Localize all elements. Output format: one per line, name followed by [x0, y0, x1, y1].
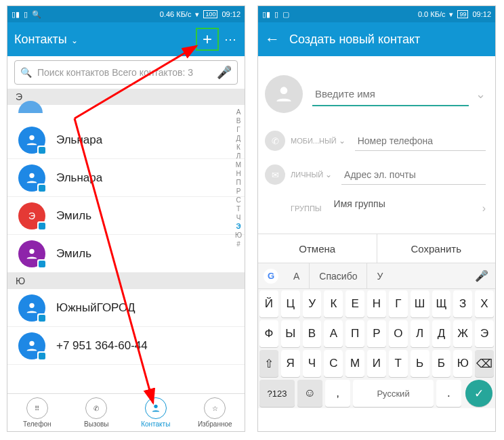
phone-input[interactable]	[355, 131, 486, 151]
backspace-key[interactable]: ⌫	[475, 350, 494, 377]
keyboard-mic-icon[interactable]: 🎤	[475, 269, 488, 282]
alpha-index[interactable]: А В Г Д К Л М Н П Р С Т Ч Э Ю #	[234, 108, 243, 248]
idx[interactable]: Н	[234, 169, 243, 178]
more-menu-button[interactable]: ⋯	[224, 32, 238, 47]
phone-icon: ✆	[85, 397, 107, 419]
idx[interactable]: #	[234, 240, 243, 248]
key[interactable]: О	[389, 320, 408, 347]
key[interactable]: З	[453, 290, 472, 317]
contact-row[interactable]	[7, 105, 245, 121]
search-status-icon: 🔍	[32, 10, 41, 19]
contact-row[interactable]: +7 951 364-60-44	[7, 327, 245, 365]
idx[interactable]: Р	[234, 187, 243, 196]
back-button[interactable]: ←	[265, 30, 280, 48]
key[interactable]: Ы	[281, 320, 300, 347]
avatar-placeholder[interactable]	[265, 75, 303, 113]
key[interactable]: Ф	[259, 320, 278, 347]
wifi-icon: ▾	[195, 10, 199, 19]
key[interactable]: Э	[475, 320, 494, 347]
page-title[interactable]: Контакты⌄	[14, 32, 196, 47]
avatar	[18, 164, 45, 192]
email-input[interactable]	[341, 164, 486, 185]
space-key[interactable]: Русский	[353, 380, 434, 407]
key[interactable]: С	[324, 350, 343, 377]
idx[interactable]: Л	[234, 152, 243, 160]
phone-type-select[interactable]: МОБИ...НЫЙ ⌄	[291, 136, 345, 146]
key[interactable]: Г	[389, 290, 408, 317]
period-key[interactable]: .	[436, 380, 461, 407]
key[interactable]: Б	[432, 350, 451, 377]
nav-phone[interactable]: ⠿Телефон	[7, 394, 67, 431]
key[interactable]: П	[345, 320, 364, 347]
key[interactable]: А	[324, 320, 343, 347]
search-input[interactable]: 🔍 Поиск контактов Всего контактов: 3 🎤	[14, 60, 238, 85]
contact-row[interactable]: Э Эмиль	[7, 197, 245, 235]
symbols-key[interactable]: ?123	[259, 380, 295, 407]
key[interactable]: Ч	[303, 350, 322, 377]
key[interactable]: М	[345, 350, 364, 377]
nav-favorites[interactable]: ☆Избранное	[186, 394, 245, 431]
idx[interactable]: В	[234, 116, 243, 125]
nav-contacts[interactable]: Контакты	[126, 394, 186, 431]
email-type-select[interactable]: ЛИЧНЫЙ ⌄	[291, 170, 332, 179]
key[interactable]: Е	[345, 290, 364, 317]
idx-current[interactable]: Э	[234, 222, 243, 231]
key[interactable]: Ц	[281, 290, 300, 317]
key[interactable]: Л	[411, 320, 429, 347]
key[interactable]: К	[324, 290, 343, 317]
key[interactable]: Д	[432, 320, 451, 347]
key[interactable]: Х	[475, 290, 494, 317]
idx[interactable]: К	[234, 143, 243, 152]
key[interactable]: Я	[281, 350, 300, 377]
phone-row: ✆ МОБИ...НЫЙ ⌄	[258, 124, 495, 158]
contact-row[interactable]: ЮжныйГОРОД	[7, 289, 245, 327]
status-bar: ▯▮ ▯ 🔍 0.46 КБ/с ▾ 100 09:12	[7, 6, 245, 22]
sim-badge-icon	[37, 313, 47, 323]
key[interactable]: Щ	[432, 290, 451, 317]
idx[interactable]: Ю	[234, 231, 243, 240]
key[interactable]: Т	[389, 350, 408, 377]
shift-key[interactable]: ⇧	[259, 350, 278, 377]
idx[interactable]: Д	[234, 134, 243, 143]
key[interactable]: Ш	[411, 290, 429, 317]
mic-icon[interactable]: 🎤	[217, 65, 232, 80]
idx[interactable]: П	[234, 178, 243, 187]
key[interactable]: Р	[367, 320, 386, 347]
key[interactable]: Ю	[453, 350, 472, 377]
nav-calls[interactable]: ✆Вызовы	[67, 394, 127, 431]
groups-row[interactable]: ГРУППЫ Имя группы ›	[258, 192, 495, 225]
google-icon[interactable]: G	[264, 269, 278, 284]
idx[interactable]: А	[234, 108, 243, 116]
enter-key[interactable]: ✓	[465, 380, 492, 407]
wifi-icon: ▾	[449, 10, 453, 19]
chevron-right-icon: ›	[482, 202, 486, 215]
suggestion[interactable]: А	[284, 263, 310, 288]
key[interactable]: Й	[259, 290, 278, 317]
save-button[interactable]: Сохранить	[377, 234, 496, 263]
key[interactable]: В	[303, 320, 322, 347]
emoji-key[interactable]: ☺	[297, 380, 322, 407]
svg-point-1	[29, 173, 34, 177]
key[interactable]: И	[367, 350, 386, 377]
name-input[interactable]	[312, 82, 469, 106]
key[interactable]: Ь	[411, 350, 429, 377]
comma-key[interactable]: ,	[325, 380, 350, 407]
contact-row[interactable]: Эмиль	[7, 235, 245, 273]
suggestion[interactable]: У	[367, 263, 392, 288]
add-contact-button[interactable]: +	[196, 28, 219, 51]
cancel-button[interactable]: Отмена	[258, 234, 377, 263]
idx[interactable]: Ч	[234, 213, 243, 222]
key[interactable]: Ж	[453, 320, 472, 347]
contact-row[interactable]: Эльнара	[7, 159, 245, 197]
idx[interactable]: Т	[234, 204, 243, 213]
idx[interactable]: Г	[234, 125, 243, 134]
idx[interactable]: М	[234, 160, 243, 169]
expand-name-icon[interactable]: ⌄	[476, 87, 486, 102]
key[interactable]: Н	[367, 290, 386, 317]
avatar: Э	[18, 202, 45, 229]
key[interactable]: У	[303, 290, 322, 317]
idx[interactable]: С	[234, 196, 243, 204]
svg-point-0	[29, 135, 34, 139]
suggestion[interactable]: Спасибо	[310, 263, 367, 288]
contact-row[interactable]: Эльнара	[7, 121, 245, 159]
